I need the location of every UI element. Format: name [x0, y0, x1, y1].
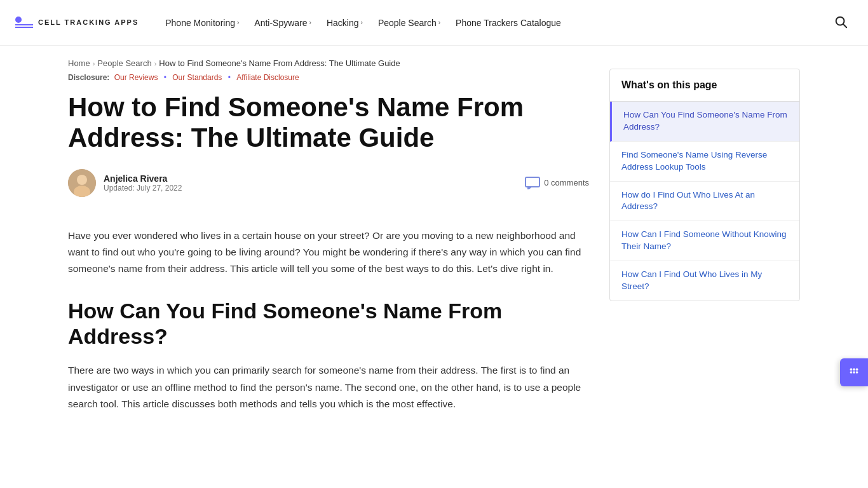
author-bar: Anjelica Rivera Updated: July 27, 2022 0…: [68, 169, 589, 207]
nav-anti-spyware[interactable]: Anti-Spyware ›: [248, 13, 318, 33]
float-icon: [847, 365, 861, 379]
toc-box: What's on this page How Can You Find Som…: [609, 69, 800, 301]
author-name: Anjelica Rivera: [104, 173, 182, 184]
svg-point-6: [850, 369, 853, 371]
section1-paragraph: There are two ways in which you can prim…: [68, 362, 589, 412]
intro-paragraph: Have you ever wondered who lives in a ce…: [68, 227, 589, 278]
chevron-icon: ›: [237, 19, 239, 26]
toc-title: What's on this page: [610, 69, 799, 102]
svg-point-11: [856, 371, 858, 374]
disclosure-our-reviews[interactable]: Our Reviews: [114, 73, 158, 82]
content-area: Home › People Search › How to Find Someo…: [68, 58, 589, 425]
comments-count: 0 comments: [544, 178, 589, 187]
svg-point-7: [850, 371, 853, 374]
svg-point-9: [853, 371, 855, 374]
chevron-icon: ›: [309, 19, 311, 26]
float-button[interactable]: [840, 358, 868, 386]
chevron-icon: ›: [361, 19, 363, 26]
comments-button[interactable]: 0 comments: [525, 177, 589, 189]
breadcrumb-people-search[interactable]: People Search: [97, 58, 151, 68]
logo-text: CELL TRACKING APPS: [38, 18, 139, 27]
svg-point-3: [77, 175, 87, 185]
nav-phone-monitoring[interactable]: Phone Monitoring ›: [159, 13, 245, 33]
nav-people-search[interactable]: People Search ›: [372, 13, 447, 33]
author-date: Updated: July 27, 2022: [104, 184, 182, 193]
page-wrap: Home › People Search › How to Find Someo…: [53, 46, 815, 451]
breadcrumb-sep-2: ›: [154, 60, 157, 67]
svg-rect-5: [526, 177, 539, 187]
toc-item-3[interactable]: How Can I Find Someone Without Knowing T…: [610, 221, 799, 261]
disclosure-our-standards[interactable]: Our Standards: [172, 73, 222, 82]
toc-item-0[interactable]: How Can You Find Someone's Name From Add…: [610, 102, 799, 142]
breadcrumb-current: How to Find Someone's Name From Address:…: [159, 58, 400, 68]
sidebar: What's on this page How Can You Find Som…: [609, 58, 800, 425]
section1-title: How Can You Find Someone's Name From Add…: [68, 298, 589, 350]
comment-icon: [525, 177, 540, 189]
toc-item-1[interactable]: Find Someone's Name Using Reverse Addres…: [610, 142, 799, 182]
svg-point-10: [856, 369, 858, 371]
search-button[interactable]: [829, 10, 853, 36]
logo-icon: [15, 9, 33, 37]
svg-point-8: [853, 369, 855, 371]
disclosure-bar: Disclosure: Our Reviews • Our Standards …: [68, 73, 589, 82]
breadcrumb-home[interactable]: Home: [68, 58, 90, 68]
nav-hacking[interactable]: Hacking ›: [320, 13, 369, 33]
disclosure-label: Disclosure:: [68, 73, 109, 82]
article-title: How to Find Someone's Name From Address:…: [68, 92, 589, 154]
chevron-icon: ›: [438, 19, 440, 26]
toc-item-4[interactable]: How Can I Find Out Who Lives in My Stree…: [610, 261, 799, 301]
article-body: Have you ever wondered who lives in a ce…: [68, 227, 589, 413]
breadcrumb: Home › People Search › How to Find Someo…: [68, 58, 589, 68]
author-info: Anjelica Rivera Updated: July 27, 2022: [68, 169, 182, 197]
breadcrumb-sep-1: ›: [93, 60, 95, 67]
toc-item-2[interactable]: How do I Find Out Who Lives At an Addres…: [610, 182, 799, 222]
main-nav: Phone Monitoring › Anti-Spyware › Hackin…: [159, 13, 829, 33]
disclosure-affiliate[interactable]: Affiliate Disclosure: [236, 73, 299, 82]
site-header: CELL TRACKING APPS Phone Monitoring › An…: [0, 0, 868, 46]
nav-phone-trackers[interactable]: Phone Trackers Catalogue: [449, 13, 567, 33]
site-logo[interactable]: CELL TRACKING APPS: [15, 9, 139, 37]
svg-line-1: [843, 24, 846, 27]
author-avatar: [68, 169, 96, 197]
